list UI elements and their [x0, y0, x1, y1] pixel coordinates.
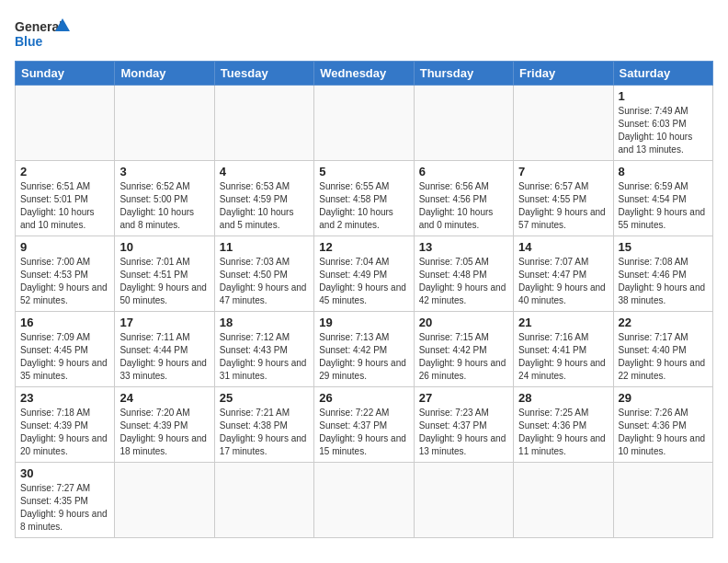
svg-text:General: General — [15, 19, 63, 34]
calendar-cell — [613, 463, 712, 538]
week-row-4: 16Sunrise: 7:09 AMSunset: 4:45 PMDayligh… — [16, 312, 713, 387]
day-number: 17 — [119, 316, 209, 329]
day-number: 14 — [518, 240, 608, 254]
day-header-monday: Monday — [115, 62, 214, 86]
cell-content: Sunrise: 7:00 AMSunset: 4:53 PMDaylight:… — [20, 256, 109, 307]
day-number: 20 — [419, 316, 508, 329]
calendar-cell — [214, 86, 313, 161]
day-number: 6 — [419, 165, 508, 178]
calendar-cell: 12Sunrise: 7:04 AMSunset: 4:49 PMDayligh… — [314, 236, 414, 312]
calendar-table: SundayMondayTuesdayWednesdayThursdayFrid… — [15, 61, 713, 538]
day-number: 9 — [20, 240, 109, 254]
calendar-cell: 25Sunrise: 7:21 AMSunset: 4:38 PMDayligh… — [214, 387, 313, 463]
day-header-wednesday: Wednesday — [314, 62, 414, 86]
cell-content: Sunrise: 7:07 AMSunset: 4:47 PMDaylight:… — [518, 256, 608, 307]
cell-content: Sunrise: 7:22 AMSunset: 4:37 PMDaylight:… — [319, 407, 408, 458]
day-number: 12 — [319, 240, 408, 254]
calendar-cell: 16Sunrise: 7:09 AMSunset: 4:45 PMDayligh… — [16, 312, 115, 387]
calendar-cell: 5Sunrise: 6:55 AMSunset: 4:58 PMDaylight… — [314, 161, 414, 236]
calendar-cell: 23Sunrise: 7:18 AMSunset: 4:39 PMDayligh… — [16, 387, 115, 463]
week-row-6: 30Sunrise: 7:27 AMSunset: 4:35 PMDayligh… — [16, 463, 713, 538]
day-number: 29 — [619, 391, 708, 405]
day-number: 23 — [20, 391, 109, 405]
week-row-2: 2Sunrise: 6:51 AMSunset: 5:01 PMDaylight… — [16, 161, 713, 236]
calendar-cell: 10Sunrise: 7:01 AMSunset: 4:51 PMDayligh… — [115, 236, 214, 312]
day-number: 19 — [319, 316, 408, 329]
day-number: 16 — [20, 316, 109, 329]
page-header: General Blue — [15, 15, 713, 52]
calendar-cell — [16, 86, 115, 161]
calendar-cell — [314, 463, 414, 538]
cell-content: Sunrise: 6:57 AMSunset: 4:55 PMDaylight:… — [518, 180, 608, 232]
cell-content: Sunrise: 7:23 AMSunset: 4:37 PMDaylight:… — [419, 407, 508, 458]
logo-svg: General Blue — [15, 15, 70, 52]
week-row-5: 23Sunrise: 7:18 AMSunset: 4:39 PMDayligh… — [16, 387, 713, 463]
cell-content: Sunrise: 6:53 AMSunset: 4:59 PMDaylight:… — [220, 180, 309, 232]
calendar-cell: 3Sunrise: 6:52 AMSunset: 5:00 PMDaylight… — [115, 161, 214, 236]
day-number: 7 — [518, 165, 608, 178]
calendar-cell: 9Sunrise: 7:00 AMSunset: 4:53 PMDaylight… — [16, 236, 115, 312]
cell-content: Sunrise: 7:26 AMSunset: 4:36 PMDaylight:… — [619, 407, 708, 458]
cell-content: Sunrise: 6:52 AMSunset: 5:00 PMDaylight:… — [119, 180, 209, 232]
calendar-cell — [514, 86, 613, 161]
calendar-cell: 8Sunrise: 6:59 AMSunset: 4:54 PMDaylight… — [613, 161, 712, 236]
cell-content: Sunrise: 7:13 AMSunset: 4:42 PMDaylight:… — [319, 331, 408, 383]
day-number: 25 — [220, 391, 309, 405]
day-number: 13 — [419, 240, 508, 254]
day-header-thursday: Thursday — [414, 62, 513, 86]
day-number: 5 — [319, 165, 408, 178]
cell-content: Sunrise: 7:04 AMSunset: 4:49 PMDaylight:… — [319, 256, 408, 307]
day-number: 11 — [220, 240, 309, 254]
day-number: 3 — [119, 165, 209, 178]
calendar-cell: 28Sunrise: 7:25 AMSunset: 4:36 PMDayligh… — [514, 387, 613, 463]
calendar-cell — [115, 463, 214, 538]
calendar-cell: 29Sunrise: 7:26 AMSunset: 4:36 PMDayligh… — [613, 387, 712, 463]
day-number: 22 — [619, 316, 708, 329]
calendar-header-row: SundayMondayTuesdayWednesdayThursdayFrid… — [16, 62, 713, 86]
cell-content: Sunrise: 6:59 AMSunset: 4:54 PMDaylight:… — [619, 180, 708, 232]
calendar-cell: 1Sunrise: 7:49 AMSunset: 6:03 PMDaylight… — [613, 86, 712, 161]
day-header-saturday: Saturday — [613, 62, 712, 86]
cell-content: Sunrise: 7:16 AMSunset: 4:41 PMDaylight:… — [518, 331, 608, 383]
calendar-cell: 13Sunrise: 7:05 AMSunset: 4:48 PMDayligh… — [414, 236, 513, 312]
cell-content: Sunrise: 7:17 AMSunset: 4:40 PMDaylight:… — [619, 331, 708, 383]
cell-content: Sunrise: 7:09 AMSunset: 4:45 PMDaylight:… — [20, 331, 109, 383]
day-header-tuesday: Tuesday — [214, 62, 313, 86]
cell-content: Sunrise: 6:51 AMSunset: 5:01 PMDaylight:… — [20, 180, 109, 232]
day-number: 15 — [619, 240, 708, 254]
calendar-cell: 20Sunrise: 7:15 AMSunset: 4:42 PMDayligh… — [414, 312, 513, 387]
cell-content: Sunrise: 7:27 AMSunset: 4:35 PMDaylight:… — [20, 482, 109, 534]
logo: General Blue — [15, 15, 70, 52]
calendar-cell — [214, 463, 313, 538]
cell-content: Sunrise: 6:56 AMSunset: 4:56 PMDaylight:… — [419, 180, 508, 232]
cell-content: Sunrise: 7:11 AMSunset: 4:44 PMDaylight:… — [119, 331, 209, 383]
calendar-cell: 14Sunrise: 7:07 AMSunset: 4:47 PMDayligh… — [514, 236, 613, 312]
cell-content: Sunrise: 7:01 AMSunset: 4:51 PMDaylight:… — [119, 256, 209, 307]
day-number: 30 — [20, 466, 109, 480]
cell-content: Sunrise: 7:21 AMSunset: 4:38 PMDaylight:… — [220, 407, 309, 458]
calendar-cell: 21Sunrise: 7:16 AMSunset: 4:41 PMDayligh… — [514, 312, 613, 387]
cell-content: Sunrise: 7:03 AMSunset: 4:50 PMDaylight:… — [220, 256, 309, 307]
calendar-cell: 18Sunrise: 7:12 AMSunset: 4:43 PMDayligh… — [214, 312, 313, 387]
calendar-cell: 30Sunrise: 7:27 AMSunset: 4:35 PMDayligh… — [16, 463, 115, 538]
day-number: 2 — [20, 165, 109, 178]
svg-text:Blue: Blue — [15, 34, 43, 49]
day-number: 24 — [119, 391, 209, 405]
calendar-cell: 2Sunrise: 6:51 AMSunset: 5:01 PMDaylight… — [16, 161, 115, 236]
calendar-cell — [314, 86, 414, 161]
week-row-3: 9Sunrise: 7:00 AMSunset: 4:53 PMDaylight… — [16, 236, 713, 312]
calendar-cell: 26Sunrise: 7:22 AMSunset: 4:37 PMDayligh… — [314, 387, 414, 463]
cell-content: Sunrise: 7:12 AMSunset: 4:43 PMDaylight:… — [220, 331, 309, 383]
calendar-cell: 22Sunrise: 7:17 AMSunset: 4:40 PMDayligh… — [613, 312, 712, 387]
calendar-cell: 19Sunrise: 7:13 AMSunset: 4:42 PMDayligh… — [314, 312, 414, 387]
cell-content: Sunrise: 7:18 AMSunset: 4:39 PMDaylight:… — [20, 407, 109, 458]
calendar-cell — [414, 86, 513, 161]
day-number: 8 — [619, 165, 708, 178]
day-number: 1 — [619, 89, 708, 103]
cell-content: Sunrise: 7:20 AMSunset: 4:39 PMDaylight:… — [119, 407, 209, 458]
day-number: 21 — [518, 316, 608, 329]
cell-content: Sunrise: 7:49 AMSunset: 6:03 PMDaylight:… — [619, 105, 708, 156]
cell-content: Sunrise: 7:15 AMSunset: 4:42 PMDaylight:… — [419, 331, 508, 383]
week-row-1: 1Sunrise: 7:49 AMSunset: 6:03 PMDaylight… — [16, 86, 713, 161]
cell-content: Sunrise: 7:25 AMSunset: 4:36 PMDaylight:… — [518, 407, 608, 458]
